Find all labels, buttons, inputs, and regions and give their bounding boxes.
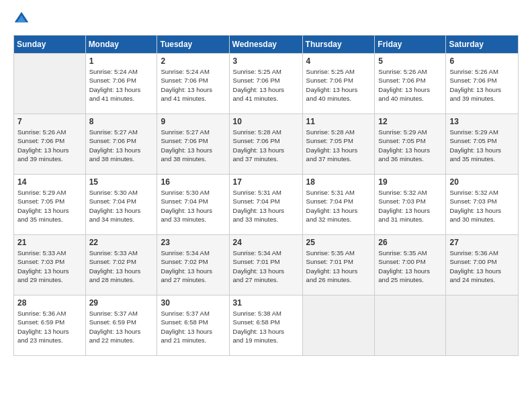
calendar-cell: 8Sunrise: 5:27 AM Sunset: 7:06 PM Daylig… (85, 114, 157, 175)
calendar-cell: 17Sunrise: 5:31 AM Sunset: 7:04 PM Dayli… (229, 175, 302, 235)
day-info: Sunrise: 5:29 AM Sunset: 7:05 PM Dayligh… (449, 128, 515, 163)
calendar-cell: 14Sunrise: 5:29 AM Sunset: 7:05 PM Dayli… (14, 175, 86, 235)
header-day-saturday: Saturday (446, 36, 519, 54)
header-row: SundayMondayTuesdayWednesdayThursdayFrid… (14, 36, 519, 54)
day-number: 16 (161, 177, 225, 187)
day-number: 6 (449, 56, 515, 66)
calendar-body: 1Sunrise: 5:24 AM Sunset: 7:06 PM Daylig… (14, 54, 519, 356)
day-number: 12 (378, 117, 442, 126)
day-number: 13 (449, 117, 515, 126)
day-number: 7 (17, 117, 82, 126)
day-info: Sunrise: 5:35 AM Sunset: 7:01 PM Dayligh… (306, 248, 371, 284)
week-row-4: 21Sunrise: 5:33 AM Sunset: 7:03 PM Dayli… (14, 235, 519, 295)
day-number: 29 (89, 298, 154, 308)
calendar-cell: 22Sunrise: 5:33 AM Sunset: 7:02 PM Dayli… (85, 235, 157, 295)
calendar-cell: 23Sunrise: 5:34 AM Sunset: 7:02 PM Dayli… (157, 235, 229, 295)
day-number: 18 (306, 177, 371, 187)
day-info: Sunrise: 5:30 AM Sunset: 7:04 PM Dayligh… (89, 188, 154, 224)
header-day-friday: Friday (375, 36, 446, 54)
day-info: Sunrise: 5:38 AM Sunset: 6:58 PM Dayligh… (233, 309, 299, 345)
day-number: 17 (233, 177, 299, 187)
day-number: 8 (89, 117, 154, 126)
day-info: Sunrise: 5:25 AM Sunset: 7:06 PM Dayligh… (306, 67, 371, 103)
day-number: 1 (89, 56, 154, 66)
calendar-cell: 25Sunrise: 5:35 AM Sunset: 7:01 PM Dayli… (302, 235, 375, 295)
day-info: Sunrise: 5:34 AM Sunset: 7:01 PM Dayligh… (233, 248, 299, 284)
day-info: Sunrise: 5:37 AM Sunset: 6:58 PM Dayligh… (161, 309, 225, 345)
page-header (13, 11, 519, 27)
day-number: 25 (306, 238, 371, 247)
day-number: 21 (17, 238, 82, 247)
day-info: Sunrise: 5:32 AM Sunset: 7:03 PM Dayligh… (449, 188, 515, 224)
calendar-cell: 7Sunrise: 5:26 AM Sunset: 7:06 PM Daylig… (14, 114, 86, 175)
week-row-5: 28Sunrise: 5:36 AM Sunset: 6:59 PM Dayli… (14, 295, 519, 356)
calendar-cell: 15Sunrise: 5:30 AM Sunset: 7:04 PM Dayli… (85, 175, 157, 235)
calendar-cell: 5Sunrise: 5:26 AM Sunset: 7:06 PM Daylig… (375, 54, 446, 114)
day-number: 20 (449, 177, 515, 187)
day-info: Sunrise: 5:24 AM Sunset: 7:06 PM Dayligh… (89, 67, 154, 103)
day-number: 3 (233, 56, 299, 66)
day-number: 26 (378, 238, 442, 247)
day-info: Sunrise: 5:27 AM Sunset: 7:06 PM Dayligh… (89, 128, 154, 163)
calendar-cell: 4Sunrise: 5:25 AM Sunset: 7:06 PM Daylig… (302, 54, 375, 114)
calendar-cell: 10Sunrise: 5:28 AM Sunset: 7:06 PM Dayli… (229, 114, 302, 175)
week-row-2: 7Sunrise: 5:26 AM Sunset: 7:06 PM Daylig… (14, 114, 519, 175)
day-info: Sunrise: 5:29 AM Sunset: 7:05 PM Dayligh… (17, 188, 82, 224)
calendar-cell: 30Sunrise: 5:37 AM Sunset: 6:58 PM Dayli… (157, 295, 229, 356)
day-info: Sunrise: 5:24 AM Sunset: 7:06 PM Dayligh… (161, 67, 225, 103)
day-info: Sunrise: 5:28 AM Sunset: 7:06 PM Dayligh… (233, 128, 299, 163)
calendar-cell: 21Sunrise: 5:33 AM Sunset: 7:03 PM Dayli… (14, 235, 86, 295)
calendar-cell: 3Sunrise: 5:25 AM Sunset: 7:06 PM Daylig… (229, 54, 302, 114)
day-number: 22 (89, 238, 154, 247)
header-day-monday: Monday (85, 36, 157, 54)
day-info: Sunrise: 5:33 AM Sunset: 7:03 PM Dayligh… (17, 248, 82, 284)
calendar-cell: 31Sunrise: 5:38 AM Sunset: 6:58 PM Dayli… (229, 295, 302, 356)
day-number: 23 (161, 238, 225, 247)
logo (13, 11, 32, 27)
calendar-cell: 26Sunrise: 5:35 AM Sunset: 7:00 PM Dayli… (375, 235, 446, 295)
calendar-cell: 1Sunrise: 5:24 AM Sunset: 7:06 PM Daylig… (85, 54, 157, 114)
day-info: Sunrise: 5:26 AM Sunset: 7:06 PM Dayligh… (17, 128, 82, 163)
day-number: 9 (161, 117, 225, 126)
day-info: Sunrise: 5:29 AM Sunset: 7:05 PM Dayligh… (378, 128, 442, 163)
day-info: Sunrise: 5:26 AM Sunset: 7:06 PM Dayligh… (378, 67, 442, 103)
header-day-wednesday: Wednesday (229, 36, 302, 54)
day-number: 30 (161, 298, 225, 308)
day-number: 11 (306, 117, 371, 126)
day-info: Sunrise: 5:34 AM Sunset: 7:02 PM Dayligh… (161, 248, 225, 284)
calendar-cell: 29Sunrise: 5:37 AM Sunset: 6:59 PM Dayli… (85, 295, 157, 356)
week-row-3: 14Sunrise: 5:29 AM Sunset: 7:05 PM Dayli… (14, 175, 519, 235)
calendar-header: SundayMondayTuesdayWednesdayThursdayFrid… (14, 36, 519, 54)
calendar-cell (375, 295, 446, 356)
header-day-thursday: Thursday (302, 36, 375, 54)
calendar-table: SundayMondayTuesdayWednesdayThursdayFrid… (13, 35, 519, 356)
day-number: 4 (306, 56, 371, 66)
header-day-sunday: Sunday (14, 36, 86, 54)
day-number: 15 (89, 177, 154, 187)
calendar-cell (302, 295, 375, 356)
day-number: 24 (233, 238, 299, 247)
calendar-cell: 12Sunrise: 5:29 AM Sunset: 7:05 PM Dayli… (375, 114, 446, 175)
day-info: Sunrise: 5:26 AM Sunset: 7:06 PM Dayligh… (449, 67, 515, 103)
calendar-cell: 13Sunrise: 5:29 AM Sunset: 7:05 PM Dayli… (446, 114, 519, 175)
calendar-cell: 6Sunrise: 5:26 AM Sunset: 7:06 PM Daylig… (446, 54, 519, 114)
day-number: 5 (378, 56, 442, 66)
calendar-cell: 27Sunrise: 5:36 AM Sunset: 7:00 PM Dayli… (446, 235, 519, 295)
week-row-1: 1Sunrise: 5:24 AM Sunset: 7:06 PM Daylig… (14, 54, 519, 114)
calendar-cell: 24Sunrise: 5:34 AM Sunset: 7:01 PM Dayli… (229, 235, 302, 295)
day-info: Sunrise: 5:25 AM Sunset: 7:06 PM Dayligh… (233, 67, 299, 103)
day-number: 28 (17, 298, 82, 308)
day-info: Sunrise: 5:30 AM Sunset: 7:04 PM Dayligh… (161, 188, 225, 224)
calendar-cell (446, 295, 519, 356)
calendar-cell: 16Sunrise: 5:30 AM Sunset: 7:04 PM Dayli… (157, 175, 229, 235)
calendar-cell: 9Sunrise: 5:27 AM Sunset: 7:06 PM Daylig… (157, 114, 229, 175)
day-info: Sunrise: 5:36 AM Sunset: 6:59 PM Dayligh… (17, 309, 82, 345)
day-number: 10 (233, 117, 299, 126)
day-number: 2 (161, 56, 225, 66)
logo-icon (13, 11, 30, 27)
header-day-tuesday: Tuesday (157, 36, 229, 54)
day-info: Sunrise: 5:31 AM Sunset: 7:04 PM Dayligh… (306, 188, 371, 224)
day-info: Sunrise: 5:35 AM Sunset: 7:00 PM Dayligh… (378, 248, 442, 284)
calendar-cell: 11Sunrise: 5:28 AM Sunset: 7:05 PM Dayli… (302, 114, 375, 175)
calendar-cell: 18Sunrise: 5:31 AM Sunset: 7:04 PM Dayli… (302, 175, 375, 235)
